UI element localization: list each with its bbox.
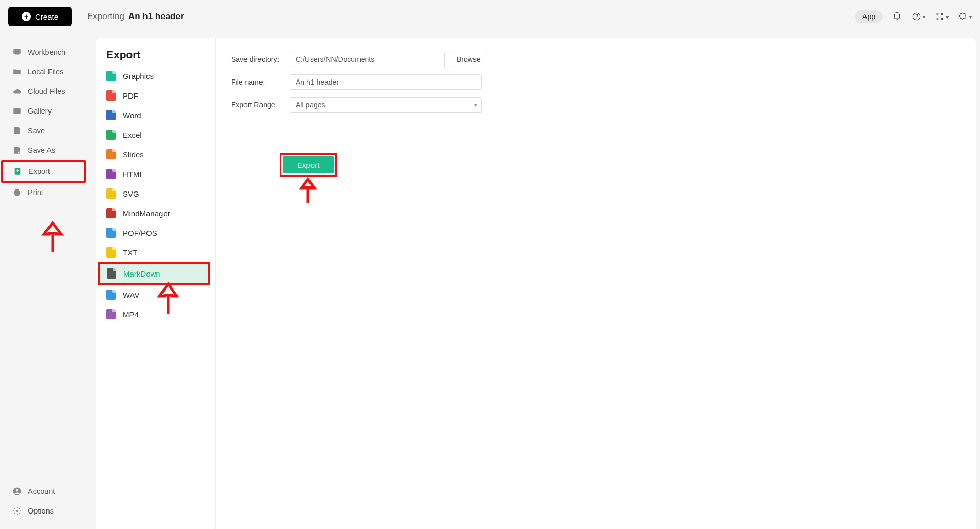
format-label: Word [123, 111, 141, 120]
grid-icon[interactable] [935, 11, 945, 22]
format-label: MP4 [123, 310, 139, 319]
format-item-svg[interactable]: SVG [96, 184, 212, 203]
svg-rect-7 [15, 55, 19, 56]
export-panel: Export GraphicsPDFWordExcelSlidesHTMLSVG… [96, 38, 976, 529]
format-item-mindmanager[interactable]: MindManager [96, 203, 212, 223]
export-range-select[interactable]: All pages [290, 97, 482, 113]
sidebar-item-print[interactable]: Print [0, 183, 89, 202]
sidebar-item-label: Options [28, 507, 54, 515]
create-button[interactable]: + Create [8, 7, 72, 26]
format-item-pdf[interactable]: PDF [96, 86, 212, 105]
format-label: HTML [123, 170, 144, 179]
sidebar: WorkbenchLocal FilesCloud FilesGallerySa… [0, 33, 89, 529]
sidebar-item-label: Save [28, 126, 45, 135]
svg-point-5 [941, 18, 943, 20]
sidebar-item-workbench[interactable]: Workbench [0, 42, 89, 62]
format-label: PDF [123, 91, 138, 100]
puzzle-icon[interactable] [958, 11, 968, 22]
topbar: + Create Exporting An h1 header App ▾ [0, 0, 980, 33]
format-item-wav[interactable]: WAV [96, 285, 212, 304]
file-icon [106, 290, 116, 300]
browse-button[interactable]: Browse [450, 52, 487, 67]
format-label: MarkDown [123, 269, 160, 278]
format-label: SVG [123, 189, 139, 198]
workbench-icon [12, 47, 22, 57]
file-icon [106, 309, 116, 319]
file-icon [106, 208, 116, 218]
file-icon [106, 169, 116, 179]
svg-rect-10 [15, 127, 19, 129]
sidebar-item-options[interactable]: Options [0, 501, 89, 521]
divider [231, 120, 482, 120]
sidebar-item-cloud-files[interactable]: Cloud Files [0, 82, 89, 101]
svg-rect-14 [15, 194, 19, 196]
chevron-down-icon[interactable]: ▾ [923, 14, 925, 20]
format-item-slides[interactable]: Slides [96, 145, 212, 164]
account-icon [12, 487, 22, 496]
sidebar-item-save-as[interactable]: Save As [0, 140, 89, 160]
file-icon [106, 149, 116, 159]
breadcrumb: Exporting An h1 header [87, 11, 184, 22]
file-icon [106, 228, 116, 238]
file-name-input[interactable] [290, 74, 482, 90]
sidebar-item-account[interactable]: Account [0, 482, 89, 501]
save-as-icon [12, 146, 22, 155]
file-icon [106, 71, 116, 81]
format-item-excel[interactable]: Excel [96, 125, 212, 145]
svg-point-9 [15, 109, 16, 110]
settings-column: Save directory: Browse File name: Export… [216, 38, 976, 529]
file-icon [106, 188, 116, 199]
app-chip[interactable]: App [855, 10, 883, 23]
sidebar-item-label: Local Files [28, 68, 63, 76]
sidebar-item-export[interactable]: Export [1, 160, 86, 183]
save-dir-label: Save directory: [231, 55, 285, 63]
format-item-word[interactable]: Word [96, 105, 212, 125]
format-item-txt[interactable]: TXT [96, 243, 212, 262]
chevron-down-icon[interactable]: ▾ [946, 14, 949, 20]
svg-rect-13 [15, 189, 19, 191]
arrow-annotation [42, 223, 63, 254]
format-item-html[interactable]: HTML [96, 164, 212, 184]
save-dir-input[interactable] [290, 52, 445, 67]
plus-icon: + [22, 12, 31, 21]
save-icon [12, 126, 22, 135]
breadcrumb-prefix: Exporting [87, 11, 124, 22]
format-item-pof-pos[interactable]: POF/POS [96, 223, 212, 243]
format-label: Graphics [123, 72, 154, 81]
format-column: Export GraphicsPDFWordExcelSlidesHTMLSVG… [96, 38, 216, 529]
file-icon [107, 268, 116, 279]
bell-icon[interactable] [892, 11, 902, 22]
help-icon[interactable] [911, 11, 922, 22]
sidebar-item-local-files[interactable]: Local Files [0, 62, 89, 82]
sidebar-item-label: Account [28, 487, 55, 495]
sidebar-item-label: Workbench [28, 48, 66, 56]
svg-point-4 [937, 18, 938, 20]
svg-rect-6 [13, 49, 21, 54]
file-name-label: File name: [231, 78, 285, 86]
folder-icon [12, 67, 22, 76]
format-item-graphics[interactable]: Graphics [96, 66, 212, 86]
sidebar-item-label: Print [28, 188, 43, 197]
create-label: Create [35, 12, 58, 21]
sidebar-item-gallery[interactable]: Gallery [0, 101, 89, 121]
format-label: TXT [123, 248, 137, 257]
format-label: Excel [123, 131, 142, 139]
export-title: Export [96, 49, 212, 66]
export-range-label: Export Range: [231, 101, 285, 109]
export-icon [13, 167, 22, 176]
format-label: Slides [123, 150, 144, 159]
svg-point-17 [16, 510, 19, 512]
export-button[interactable]: Export [283, 156, 334, 173]
sidebar-item-label: Export [28, 167, 50, 175]
sidebar-item-label: Cloud Files [28, 87, 66, 95]
format-item-mp4[interactable]: MP4 [96, 304, 212, 324]
sidebar-item-label: Gallery [28, 107, 52, 115]
format-item-markdown[interactable]: MarkDown [98, 262, 210, 285]
format-label: POF/POS [123, 229, 157, 237]
sidebar-item-save[interactable]: Save [0, 121, 89, 140]
svg-point-2 [937, 13, 938, 15]
svg-point-16 [16, 489, 19, 492]
export-range-value: All pages [296, 101, 325, 109]
chevron-down-icon[interactable]: ▾ [969, 14, 972, 20]
file-icon [106, 247, 116, 258]
